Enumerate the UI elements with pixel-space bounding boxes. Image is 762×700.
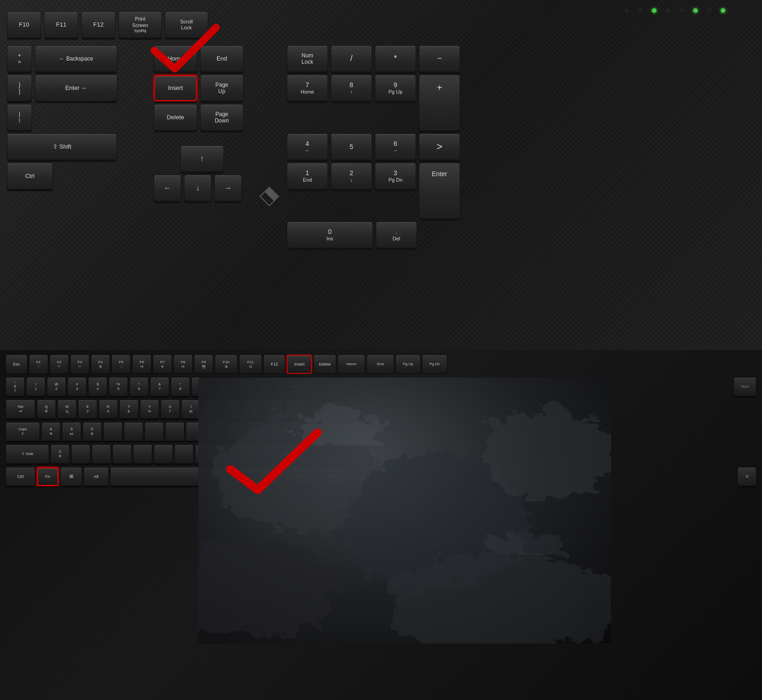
key-b-6[interactable]: ^6: [129, 377, 149, 396]
key-b-n[interactable]: [154, 444, 173, 464]
key-pageup[interactable]: PageUp: [200, 75, 244, 101]
key-b-pgup[interactable]: Pg Up: [395, 355, 421, 374]
key-b-esc[interactable]: Esc: [6, 355, 28, 374]
key-num-4[interactable]: 4←: [287, 133, 328, 160]
key-b-5[interactable]: %5: [109, 377, 128, 396]
key-num-3[interactable]: 3Pg Dn: [375, 163, 416, 189]
key-b-pgdn[interactable]: Pg Dn: [422, 355, 447, 374]
key-arrow-left[interactable]: ←: [154, 175, 181, 201]
key-b-f10[interactable]: F10▣: [215, 355, 238, 374]
key-enter[interactable]: Enter ←: [35, 75, 117, 101]
key-brace-close[interactable]: }]: [7, 75, 32, 101]
key-num-dot[interactable]: .Del: [376, 222, 417, 248]
key-ctrl[interactable]: Ctrl: [7, 163, 53, 189]
key-f11[interactable]: F11: [44, 11, 78, 38]
key-b-shift-l[interactable]: ⇧ Shift: [6, 444, 49, 464]
key-b-insert[interactable]: Insert: [287, 355, 312, 374]
key-b-c[interactable]: [92, 444, 111, 464]
key-b-q[interactable]: QЙ: [37, 400, 56, 419]
key-b-ctrl-l[interactable]: Ctrl: [6, 467, 35, 486]
key-b-i[interactable]: IШ: [181, 400, 200, 419]
key-b-f1[interactable]: F1☼: [29, 355, 48, 374]
key-plus-equals[interactable]: +=: [7, 45, 32, 72]
key-b-4[interactable]: $4: [88, 377, 107, 396]
key-backspace[interactable]: ← Backspace: [35, 45, 117, 72]
key-b-f11[interactable]: F11▤: [239, 355, 262, 374]
key-b-e[interactable]: EУ: [78, 400, 97, 419]
key-num-gt[interactable]: >: [419, 133, 460, 160]
key-num-8[interactable]: 8↑: [331, 75, 372, 101]
key-b-f6[interactable]: F6⏮: [132, 355, 151, 374]
key-b-caps[interactable]: Caps⇪: [6, 422, 40, 441]
key-b-b[interactable]: [133, 444, 152, 464]
key-scrolllock[interactable]: ScrollLock: [165, 11, 208, 38]
key-num-asterisk[interactable]: *: [375, 45, 416, 72]
key-num-7[interactable]: 7Home: [287, 75, 328, 101]
key-b-s[interactable]: SЫ: [62, 422, 81, 441]
key-num-enter[interactable]: Enter: [419, 163, 460, 219]
key-b-h[interactable]: [145, 422, 164, 441]
key-b-f4[interactable]: F4▦: [91, 355, 110, 374]
key-b-a[interactable]: AФ: [41, 422, 61, 441]
key-num-2[interactable]: 2↓: [331, 163, 372, 189]
key-b-end[interactable]: End: [367, 355, 394, 374]
key-b-w[interactable]: WЦ: [57, 400, 77, 419]
key-b-v[interactable]: [112, 444, 132, 464]
key-home[interactable]: Home: [154, 45, 197, 72]
key-b-j[interactable]: [165, 422, 184, 441]
key-f12[interactable]: F12: [81, 11, 116, 38]
key-numlock[interactable]: NumLock: [287, 45, 328, 72]
key-num-plus[interactable]: +: [419, 75, 460, 131]
key-b-f5[interactable]: F5♪: [111, 355, 131, 374]
key-b-f12[interactable]: F12: [263, 355, 285, 374]
key-pagedown[interactable]: PageDown: [200, 104, 244, 131]
key-b-tab[interactable]: Tab⇥: [6, 400, 35, 419]
key-b-y[interactable]: YН: [140, 400, 159, 419]
key-insert[interactable]: Insert: [154, 75, 197, 101]
key-b-z[interactable]: ZЯ: [50, 444, 70, 464]
key-b-3[interactable]: #3: [67, 377, 87, 396]
key-b-home[interactable]: Home: [338, 355, 365, 374]
svg-point-3: [198, 538, 336, 630]
key-num-0[interactable]: 0Ins: [287, 222, 373, 248]
key-b-x[interactable]: [71, 444, 90, 464]
key-b-delete[interactable]: Delete: [313, 355, 336, 374]
key-b-f8[interactable]: F8⏭: [173, 355, 193, 374]
key-num-1[interactable]: 1End: [287, 163, 328, 189]
key-b-f9[interactable]: F9📷: [194, 355, 213, 374]
key-b-f7[interactable]: F7▶: [153, 355, 172, 374]
key-f10[interactable]: F10: [7, 11, 41, 38]
key-b-m[interactable]: [174, 444, 194, 464]
key-b-alt-l[interactable]: Alt: [83, 467, 109, 486]
key-b-8[interactable]: *8: [171, 377, 190, 396]
key-b-g[interactable]: [124, 422, 143, 441]
key-arrow-down[interactable]: ↓: [184, 175, 211, 201]
key-b-u[interactable]: UГ: [161, 400, 180, 419]
key-arrow-up[interactable]: ↑: [180, 145, 224, 172]
key-delete[interactable]: Delete: [154, 104, 197, 131]
key-num-slash[interactable]: /: [331, 45, 372, 72]
key-num-6[interactable]: 6−: [375, 133, 416, 160]
key-num-9[interactable]: 9Pg Up: [375, 75, 416, 101]
key-b-win[interactable]: ⊞: [60, 467, 82, 486]
key-b-r[interactable]: RК: [99, 400, 118, 419]
key-b-corner[interactable]: ⊞: [737, 467, 756, 486]
key-b-f2[interactable]: F2✉: [50, 355, 69, 374]
key-b-1[interactable]: !1: [26, 377, 45, 396]
key-b-t[interactable]: TЕ: [119, 400, 139, 419]
key-b-7[interactable]: &7: [150, 377, 169, 396]
key-end[interactable]: End: [200, 45, 244, 72]
key-pipe[interactable]: |\: [7, 104, 32, 131]
top-keyboard: F10 F11 F12 PrintScreenSysRq ScrollLock …: [0, 0, 762, 350]
key-printscreen[interactable]: PrintScreenSysRq: [118, 11, 162, 38]
key-shift[interactable]: ⇧ Shift: [7, 133, 117, 160]
key-num-minus[interactable]: −: [419, 45, 460, 72]
key-b-f[interactable]: [103, 422, 122, 441]
key-b-d[interactable]: DВ: [83, 422, 102, 441]
key-b-2[interactable]: @2: [47, 377, 66, 396]
key-b-f3[interactable]: F3⟳: [70, 355, 89, 374]
key-num-5[interactable]: 5: [331, 133, 372, 160]
key-b-fn[interactable]: Fn: [37, 467, 59, 486]
key-b-tilde[interactable]: ~Ё1: [6, 377, 25, 396]
key-arrow-right[interactable]: →: [214, 175, 242, 201]
